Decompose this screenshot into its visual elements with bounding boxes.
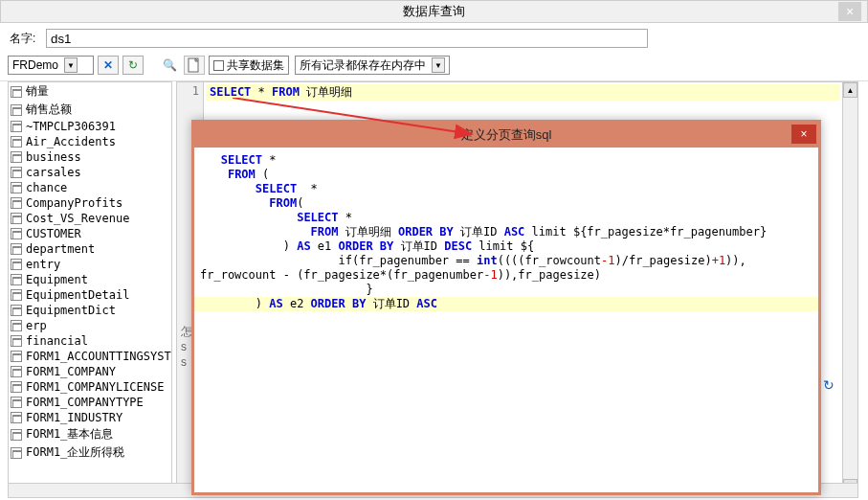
tree-item-label: Equipment	[26, 273, 88, 286]
table-icon	[11, 259, 22, 270]
storage-select[interactable]: 所有记录都保存在内存中 ▼	[295, 56, 450, 75]
table-icon	[11, 335, 22, 347]
tree-item[interactable]: ~TMPCLP306391	[9, 119, 171, 134]
tree-item[interactable]: EquipmentDetail	[9, 287, 171, 303]
page-icon	[188, 57, 201, 73]
table-icon	[11, 274, 22, 285]
search-icon: 🔍	[163, 58, 177, 72]
tree-item[interactable]: FORM1_INDUSTRY	[9, 410, 171, 425]
table-icon	[11, 429, 22, 441]
chevron-down-icon: ▼	[64, 57, 78, 73]
table-icon	[11, 320, 22, 331]
popup-close-button[interactable]: ×	[791, 125, 816, 144]
popup-title: 定义分页查询sql	[461, 126, 552, 144]
tree-item[interactable]: CUSTOMER	[9, 226, 171, 241]
table-icon	[11, 104, 22, 116]
toolbar: FRDemo ▼ ✕ ↻ 🔍 共享数据集 所有记录都保存在内存中 ▼	[0, 54, 868, 80]
tree-item-label: department	[26, 242, 95, 256]
tree-item[interactable]: FORM1_ACCOUNTTINGSYST	[9, 349, 171, 364]
tree-item[interactable]: entry	[9, 257, 171, 272]
tree-item[interactable]: erp	[9, 318, 171, 333]
tree-item[interactable]: 销量	[9, 82, 171, 101]
tree-item[interactable]: FORM1_基本信息	[9, 425, 171, 443]
db-select[interactable]: FRDemo ▼	[8, 56, 94, 75]
name-row: 名字:	[0, 23, 868, 54]
tree-item-label: ~TMPCLP306391	[26, 120, 116, 133]
table-icon	[11, 151, 22, 163]
tree-item-label: FORM1_INDUSTRY	[26, 411, 122, 424]
tree-item[interactable]: FORM1_COMPANYTYPE	[9, 395, 171, 410]
tree-item-label: Cost_VS_Revenue	[26, 212, 129, 225]
chevron-down-icon: ▼	[432, 57, 445, 73]
sql-line: ) AS e1 ORDER BY 订单ID DESC limit ${	[200, 239, 812, 254]
table-icon	[11, 412, 22, 423]
window-close-button[interactable]: ×	[838, 2, 861, 21]
share-label: 共享数据集	[227, 57, 284, 74]
tree-item-label: chance	[26, 181, 67, 194]
table-icon	[11, 182, 22, 193]
tree-item-label: carsales	[26, 166, 81, 179]
tree-item[interactable]: Air_Accidents	[9, 134, 171, 149]
tree-item[interactable]: CompanyProfits	[9, 195, 171, 211]
tree-item-label: EquipmentDict	[26, 304, 116, 317]
tree-item-label: CUSTOMER	[26, 227, 81, 240]
tree-item-label: entry	[26, 258, 60, 271]
preview-button[interactable]: 🔍	[159, 56, 180, 75]
popup-sql-body[interactable]: SELECT * FROM ( SELECT * FROM( SELECT * …	[194, 148, 818, 317]
sql-line: fr_rowcount - (fr_pagesize*(fr_pagenumbe…	[200, 268, 812, 283]
sql-line: if(fr_pagenumber == int((((fr_rowcount-1…	[200, 254, 812, 268]
tree-item[interactable]: carsales	[9, 165, 171, 180]
page-button[interactable]	[184, 56, 205, 75]
tree-item-label: financial	[26, 334, 88, 348]
tree-item[interactable]: EquipmentDict	[9, 303, 171, 318]
tree-item-label: 销量	[26, 83, 49, 100]
refresh-button[interactable]: ↻	[122, 56, 144, 75]
tree-item-label: FORM1_ACCOUNTTINGSYST	[26, 350, 171, 363]
tree-item[interactable]: chance	[9, 180, 171, 195]
tree-item-label: FORM1_企业所得税	[26, 444, 124, 461]
tree-item[interactable]: financial	[9, 333, 171, 349]
sql-line: SELECT *	[200, 182, 812, 196]
tree-item[interactable]: business	[9, 149, 171, 165]
share-checkbox[interactable]: 共享数据集	[209, 56, 289, 75]
sql-line: FROM 订单明细 ORDER BY 订单ID ASC limit ${fr_p…	[200, 225, 812, 239]
tree-item[interactable]: Cost_VS_Revenue	[9, 211, 171, 226]
sql-line: ) AS e2 ORDER BY 订单ID ASC	[194, 297, 818, 311]
refresh-icon: ↻	[128, 58, 138, 72]
tree-item[interactable]: department	[9, 241, 171, 257]
table-icon	[11, 381, 22, 393]
db-select-value: FRDemo	[12, 58, 58, 72]
table-icon	[11, 197, 22, 209]
sql-line: FROM(	[200, 196, 812, 211]
tree-item-label: FORM1_COMPANY	[26, 365, 116, 378]
settings-button[interactable]: ✕	[98, 56, 119, 75]
editor-vscroll[interactable]: ▲▼	[842, 82, 857, 494]
table-icon	[11, 447, 22, 459]
sql-line: SELECT *	[200, 153, 812, 168]
tree-item[interactable]: FORM1_企业所得税	[9, 443, 171, 462]
table-tree[interactable]: 销量销售总额~TMPCLP306391Air_Accidentsbusiness…	[8, 81, 172, 495]
tree-item-label: FORM1_基本信息	[26, 426, 113, 443]
tree-item[interactable]: Equipment	[9, 272, 171, 287]
name-label: 名字:	[10, 31, 42, 47]
tree-item[interactable]: FORM1_COMPANY	[9, 364, 171, 379]
tree-item[interactable]: 销售总额	[9, 101, 171, 119]
name-input[interactable]	[46, 29, 648, 48]
storage-select-value: 所有记录都保存在内存中	[300, 57, 426, 74]
tree-item[interactable]: FORM1_COMPANYLICENSE	[9, 379, 171, 395]
tree-item-label: erp	[26, 319, 47, 332]
table-icon	[11, 228, 22, 239]
table-icon	[11, 305, 22, 316]
tree-item-label: CompanyProfits	[26, 196, 122, 210]
table-icon	[11, 289, 22, 301]
reload-button[interactable]: ↻	[823, 377, 835, 393]
table-icon	[11, 167, 22, 178]
tree-item-label: EquipmentDetail	[26, 288, 129, 302]
close-icon: ×	[846, 4, 854, 19]
scroll-up-icon[interactable]: ▲	[843, 82, 857, 98]
table-icon	[11, 397, 22, 408]
table-icon	[11, 351, 22, 362]
tree-item-label: FORM1_COMPANYLICENSE	[26, 380, 165, 394]
table-icon	[11, 121, 22, 132]
editor-line-1: SELECT * FROM 订单明细	[206, 84, 840, 101]
